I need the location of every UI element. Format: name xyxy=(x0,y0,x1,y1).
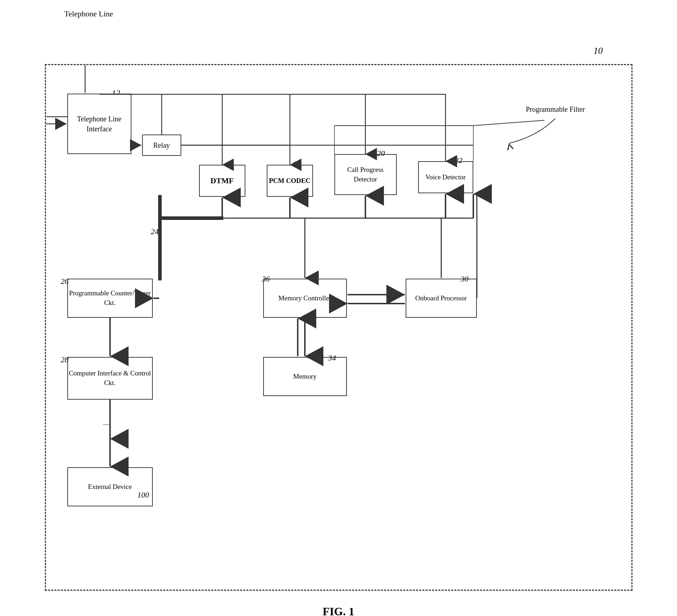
relay-box: Relay xyxy=(142,135,181,156)
telephone-interface-box: Telephone Line Interface xyxy=(67,94,131,154)
ref-30: 30 xyxy=(461,274,469,284)
ref-22: 22 xyxy=(455,156,463,165)
external-device-box: External Device xyxy=(67,467,153,506)
ref-20: 20 xyxy=(377,149,385,158)
main-diagram: 10 12 Telephone Line Interface Relay DTM… xyxy=(45,64,632,591)
call-progress-detector-box: Call Progress Detector xyxy=(334,154,397,195)
page-container: Telephone Line 10 12 Telephone Line Inte… xyxy=(18,7,659,616)
voice-detector-box: Voice Detector xyxy=(418,161,473,193)
computer-interface-box: Computer Interface & Control Ckt. xyxy=(67,357,153,400)
memory-controller-box: Memory Controller xyxy=(263,279,347,318)
onboard-processor-box: Onboard Processor xyxy=(406,279,477,318)
ref-26: 26 xyxy=(61,277,69,286)
ref-36: 36 xyxy=(262,274,270,284)
ref-34: 34 xyxy=(328,353,336,363)
pcm-codec-box: PCM CODEC xyxy=(267,165,313,197)
diagram-arrows xyxy=(46,65,631,590)
prog-counter-timer-box: Programmable Counter/Timer Ckt. xyxy=(67,279,153,318)
memory-box: Memory xyxy=(263,357,347,396)
svg-line-18 xyxy=(473,120,545,126)
dtmf-box: DTMF xyxy=(199,165,245,197)
ref-10: 10 xyxy=(594,46,603,56)
programmable-filter-label: Programmable Filter xyxy=(526,104,585,114)
telephone-line-label: Telephone Line xyxy=(64,9,113,19)
ref-16: 16 xyxy=(226,159,234,169)
ref-28: 28 xyxy=(61,355,69,364)
figure-label: FIG. 1 xyxy=(323,605,354,616)
ref-100: 100 xyxy=(137,490,149,500)
ref-24: 24 xyxy=(151,227,159,236)
ref-18: 18 xyxy=(293,159,301,169)
